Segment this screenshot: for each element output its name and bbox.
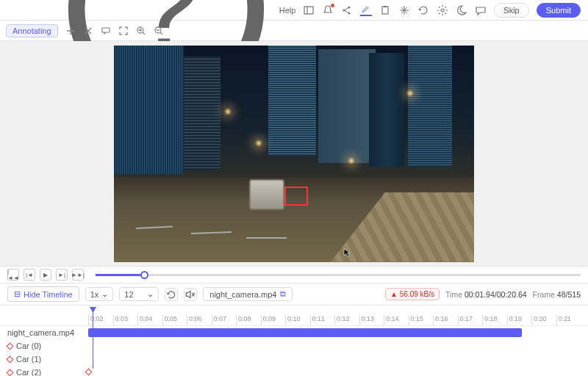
hide-timeline-button[interactable]: ⊟ Hide Timeline — [7, 286, 79, 302]
hide-timeline-label: Hide Timeline — [24, 290, 73, 299]
share-icon[interactable] — [341, 4, 353, 16]
keyframe-icon — [7, 355, 14, 363]
gear-icon[interactable] — [437, 4, 448, 16]
collapse-icon: ⊟ — [14, 289, 21, 299]
ruler-tick: 0:19 — [507, 315, 532, 325]
ruler-tick: 0:08 — [236, 315, 261, 325]
ruler-tick: 0:20 — [531, 315, 556, 325]
play-button[interactable]: ▶ — [40, 269, 51, 281]
chevron-down-icon: ⌄ — [147, 289, 154, 299]
playhead[interactable] — [93, 308, 93, 369]
ruler-tick: 0:03 — [113, 315, 138, 325]
refresh-icon[interactable] — [417, 4, 429, 16]
bitrate-warning: ▲ 56.09 kB/s — [385, 288, 440, 300]
ruler-tick: 0:15 — [409, 315, 434, 325]
svg-rect-2 — [304, 7, 313, 14]
track-label: night_camera.mp4 — [7, 328, 88, 337]
seek-slider[interactable] — [96, 274, 581, 276]
bitrate-value: 56.09 kB/s — [400, 290, 434, 298]
building — [369, 53, 404, 167]
clipboard-icon[interactable] — [379, 4, 391, 16]
streetlight — [406, 90, 414, 97]
ruler-tick: 0:09 — [261, 315, 286, 325]
keyframe-icon — [7, 369, 14, 376]
timeline-settings: ⊟ Hide Timeline 1x⌄ 12⌄ night_camera.mp4… — [0, 283, 588, 306]
vehicle — [250, 180, 284, 209]
panel-icon[interactable] — [303, 4, 315, 16]
ruler-tick: 0:17 — [458, 315, 483, 325]
chat-icon[interactable] — [475, 4, 487, 16]
time-info: Time 00:01.94/00:20.64 — [445, 290, 527, 299]
fps-select[interactable]: 12⌄ — [119, 287, 159, 301]
bounding-box[interactable] — [284, 187, 308, 206]
ruler-tick: 0:05 — [162, 315, 187, 325]
status-pill: Annotating — [6, 24, 58, 37]
building — [268, 46, 316, 156]
zoom-in-icon[interactable] — [136, 26, 146, 36]
moon-icon[interactable] — [456, 4, 467, 16]
building — [114, 46, 184, 174]
mute-icon[interactable] — [184, 288, 197, 301]
playback-controls: |◄◄ |◄ ▶ ►| ►►| — [0, 266, 588, 283]
ruler-tick: 0:11 — [310, 315, 335, 325]
skip-button[interactable]: Skip — [494, 3, 528, 18]
timeline-ruler[interactable]: 0:020:030:040:050:060:070:080:090:100:11… — [0, 306, 588, 326]
video-track: night_camera.mp4 — [0, 326, 588, 339]
building — [318, 49, 376, 163]
help-label: Help — [279, 6, 296, 15]
ruler-tick: 0:16 — [433, 315, 458, 325]
canvas-area[interactable] — [0, 41, 588, 266]
copy-icon[interactable]: ⧉ — [280, 289, 286, 299]
sparkle-icon[interactable] — [398, 4, 410, 16]
file-name: night_camera.mp4 — [209, 290, 276, 299]
timeline: 0:020:030:040:050:060:070:080:090:100:11… — [0, 306, 588, 376]
building — [408, 46, 452, 167]
brush-icon[interactable] — [360, 4, 372, 16]
track-label: Car (2) — [7, 368, 88, 376]
comment-icon[interactable] — [101, 26, 111, 36]
next-frame-button[interactable]: ►| — [56, 269, 68, 281]
keyframe-icon — [7, 342, 14, 350]
chevron-down-icon: ⌄ — [101, 289, 108, 299]
svg-rect-7 — [382, 7, 388, 14]
object-track[interactable]: Car (2) — [0, 366, 588, 376]
ruler-tick: 0:06 — [187, 315, 212, 325]
building — [184, 57, 220, 170]
skip-end-button[interactable]: ►►| — [72, 269, 84, 281]
submit-button[interactable]: Submit — [537, 3, 581, 18]
ruler-tick: 0:14 — [384, 315, 409, 325]
prev-frame-button[interactable]: |◄ — [24, 269, 35, 281]
ruler-tick: 0:18 — [482, 315, 507, 325]
bell-icon[interactable] — [322, 4, 334, 16]
zoom-out-icon[interactable] — [154, 26, 164, 36]
track-label: Car (1) — [7, 355, 88, 364]
clip-bar[interactable] — [88, 328, 522, 337]
file-chip[interactable]: night_camera.mp4 ⧉ — [203, 287, 293, 301]
close-icon[interactable] — [83, 26, 93, 36]
warning-icon: ▲ — [390, 290, 398, 298]
video-frame — [114, 46, 474, 262]
ruler-tick: 0:04 — [137, 315, 162, 325]
cursor-icon — [343, 248, 352, 257]
object-track[interactable]: Car (1) — [0, 352, 588, 366]
object-track[interactable]: Car (0) — [0, 339, 588, 352]
seek-thumb[interactable] — [140, 271, 148, 279]
svg-point-9 — [441, 9, 444, 12]
streetlight — [255, 140, 262, 147]
skip-start-button[interactable]: |◄◄ — [7, 269, 19, 281]
frame-info: Frame 48/515 — [533, 290, 581, 299]
add-icon[interactable] — [65, 26, 76, 36]
loop-icon[interactable] — [165, 288, 178, 301]
ruler-tick: 0:13 — [359, 315, 384, 325]
ruler-tick: 0:21 — [556, 315, 581, 325]
streetlight — [224, 108, 232, 115]
track-label: Car (0) — [7, 341, 88, 350]
ruler-tick: 0:07 — [212, 315, 237, 325]
ruler-tick: 0:12 — [334, 315, 359, 325]
speed-select[interactable]: 1x⌄ — [85, 287, 114, 301]
streetlight — [348, 157, 355, 164]
svg-rect-8 — [384, 6, 387, 7]
top-bar: ? Help Skip Submit — [0, 0, 588, 21]
expand-icon[interactable] — [118, 26, 129, 36]
ruler-tick: 0:10 — [285, 315, 310, 325]
